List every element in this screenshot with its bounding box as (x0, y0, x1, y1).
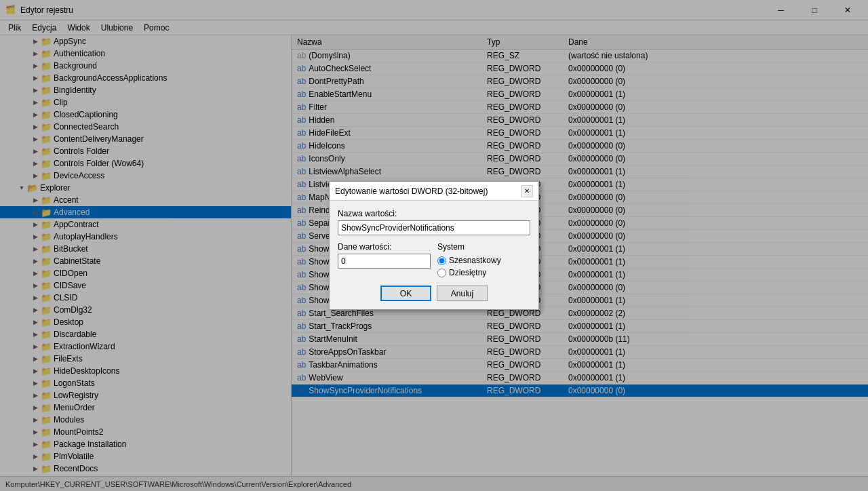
value-name-input[interactable] (338, 220, 530, 235)
dec-radio-label[interactable]: Dziesiętny (437, 268, 530, 277)
dialog-close-button[interactable]: ✕ (521, 185, 533, 197)
value-data-label: Dane wartości: (338, 242, 431, 252)
hex-label: Szesnastkowy (449, 256, 501, 265)
radio-group: Szesnastkowy Dziesiętny (437, 256, 530, 277)
dialog-title: Edytowanie wartości DWORD (32-bitowej) (335, 186, 488, 196)
dialog-title-bar: Edytowanie wartości DWORD (32-bitowej) ✕ (330, 182, 538, 201)
dialog-body: Nazwa wartości: Dane wartości: System Sz… (330, 201, 538, 309)
cancel-button[interactable]: Anuluj (437, 286, 488, 301)
system-area: System Szesnastkowy Dziesiętny (437, 242, 530, 277)
modal-overlay[interactable]: Edytowanie wartości DWORD (32-bitowej) ✕… (0, 0, 868, 491)
value-data-input[interactable] (338, 254, 431, 269)
dec-radio[interactable] (437, 269, 446, 277)
value-name-group: Nazwa wartości: (338, 209, 530, 235)
system-label: System (437, 242, 530, 252)
dec-label: Dziesiętny (449, 268, 486, 277)
ok-button[interactable]: OK (380, 286, 431, 301)
hex-radio[interactable] (437, 256, 446, 265)
value-name-label: Nazwa wartości: (338, 209, 530, 218)
hex-radio-label[interactable]: Szesnastkowy (437, 256, 530, 265)
value-data-area: Dane wartości: (338, 242, 431, 277)
dialog-buttons: OK Anuluj (338, 286, 530, 301)
value-section: Dane wartości: System Szesnastkowy Dzies… (338, 242, 530, 277)
edit-dword-dialog: Edytowanie wartości DWORD (32-bitowej) ✕… (329, 181, 539, 310)
